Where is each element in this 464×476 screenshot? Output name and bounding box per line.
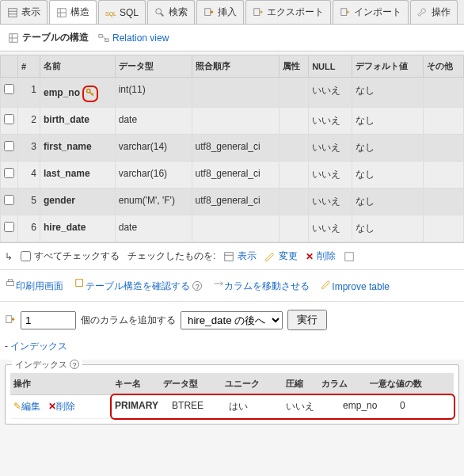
row-name: gender: [40, 188, 116, 215]
checkall-label[interactable]: すべてチェックする: [21, 249, 120, 263]
export-icon: [253, 7, 264, 18]
subtab-relation[interactable]: Relation view: [98, 32, 169, 44]
svg-rect-13: [341, 8, 347, 15]
subtab-structure[interactable]: テーブルの構造: [8, 31, 89, 44]
x-icon: ✕: [48, 401, 56, 412]
th-unique: ユニーク: [222, 373, 283, 395]
row-default: なし: [352, 188, 424, 215]
label: 表示: [238, 249, 257, 263]
bulk-browse[interactable]: 表示: [223, 249, 257, 263]
row-attr: [279, 162, 308, 188]
bulk-change[interactable]: 変更: [264, 249, 298, 263]
row-default: なし: [352, 215, 424, 242]
help-icon[interactable]: ?: [192, 281, 202, 291]
relation-icon: [98, 32, 109, 44]
subtab-label: Relation view: [112, 32, 169, 44]
row-num: 6: [18, 215, 40, 242]
add-count-input[interactable]: [21, 311, 76, 329]
tab-structure[interactable]: 構造: [49, 0, 97, 24]
column-row: 3first_name varchar(14)utf8_general_ciいい…: [1, 135, 464, 162]
row-collation: [192, 108, 279, 135]
row-checkbox[interactable]: [4, 114, 14, 124]
structure-icon: [74, 278, 86, 289]
more-icon[interactable]: [344, 251, 355, 262]
tab-search[interactable]: 検索: [147, 0, 195, 24]
index-edit[interactable]: ✎編集: [13, 401, 40, 412]
row-type: date: [115, 108, 192, 135]
search-icon: [154, 7, 165, 18]
row-checkbox[interactable]: [4, 222, 14, 232]
add-go-button[interactable]: 実行: [287, 310, 327, 330]
row-extra: [424, 188, 464, 215]
row-checkbox[interactable]: [4, 168, 14, 178]
row-extra: [424, 78, 464, 108]
th-type: データ型: [115, 55, 192, 78]
th-column: カラム: [318, 373, 367, 395]
row-checkbox[interactable]: [4, 84, 14, 94]
tab-browse[interactable]: 表示: [0, 0, 48, 24]
row-name: emp_no: [40, 78, 116, 108]
row-collation: utf8_general_ci: [192, 188, 279, 215]
indexes-table: 操作 キー名 データ型 ユニーク 圧縮 カラム 一意な値の数 ✎編集 ✕削除 P…: [10, 373, 454, 419]
indexes-link[interactable]: インデックス: [10, 341, 67, 352]
row-attr: [279, 78, 308, 108]
row-name: birth_date: [40, 108, 116, 135]
index-drop[interactable]: ✕削除: [48, 401, 75, 412]
bulk-drop[interactable]: ✕削除: [306, 249, 336, 263]
row-extra: [424, 135, 464, 162]
svg-rect-17: [99, 34, 102, 37]
svg-rect-22: [345, 252, 354, 261]
label: 変更: [279, 249, 298, 263]
pencil-icon: [321, 279, 332, 290]
row-type: enum('M', 'F'): [115, 188, 192, 215]
wrench-icon: [417, 7, 428, 18]
row-null: いいえ: [309, 188, 352, 215]
help-icon[interactable]: ?: [70, 360, 79, 369]
tab-import[interactable]: インポート: [333, 0, 409, 24]
th-attr: 属性: [279, 55, 308, 78]
tab-label: 挿入: [218, 6, 237, 19]
row-collation: utf8_general_ci: [192, 135, 279, 162]
svg-rect-26: [6, 316, 12, 323]
row-type: varchar(16): [115, 162, 192, 188]
row-default: なし: [352, 162, 424, 188]
tab-export[interactable]: エクスポート: [245, 0, 331, 24]
pencil-icon: ✎: [13, 401, 21, 412]
label: テーブル構造を確認する: [86, 280, 190, 291]
svg-rect-0: [9, 8, 17, 17]
label: 削除: [56, 401, 75, 412]
th-type: データ型: [160, 373, 221, 395]
row-attr: [279, 108, 308, 135]
move-icon: [213, 278, 224, 289]
svg-rect-20: [225, 252, 234, 261]
pencil-icon: [264, 251, 276, 262]
checkall-checkbox[interactable]: [21, 251, 31, 261]
tab-sql[interactable]: SQLSQL: [98, 0, 146, 24]
tab-operations[interactable]: 操作: [410, 0, 458, 24]
svg-rect-24: [8, 280, 12, 282]
print-icon: [5, 278, 16, 289]
label: カラムを移動させる: [224, 280, 310, 291]
row-type: int(11): [115, 78, 192, 108]
label: 編集: [21, 401, 40, 412]
row-collation: utf8_general_ci: [192, 162, 279, 188]
tab-insert[interactable]: 挿入: [196, 0, 244, 24]
withsel-text: チェックしたものを:: [127, 249, 215, 263]
row-checkbox[interactable]: [4, 195, 14, 205]
row-default: なし: [352, 135, 424, 162]
idx-type: BTREE: [169, 395, 226, 418]
row-checkbox[interactable]: [4, 141, 14, 151]
improve-table[interactable]: Improve table: [321, 279, 390, 292]
print-view[interactable]: 印刷用画面: [5, 278, 63, 293]
propose-structure[interactable]: テーブル構造を確認する ?: [74, 278, 202, 293]
add-position-select[interactable]: hire_date の後へ: [181, 311, 283, 329]
row-attr: [279, 135, 308, 162]
move-columns[interactable]: カラムを移動させる: [213, 278, 310, 293]
svg-rect-12: [254, 8, 260, 15]
svg-point-7: [156, 8, 162, 13]
row-null: いいえ: [309, 215, 352, 242]
row-null: いいえ: [309, 162, 352, 188]
label: 印刷用画面: [16, 280, 63, 291]
tab-label: インポート: [354, 6, 401, 19]
insert-icon: [203, 7, 215, 18]
